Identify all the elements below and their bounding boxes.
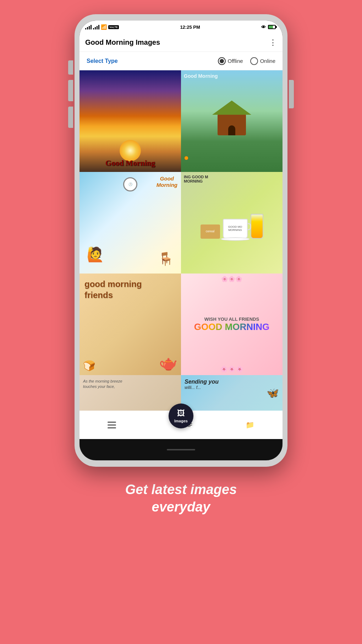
friends-image: good morning friends 🍞 🫖 — [79, 274, 181, 375]
butterfly-icon: 🦋 — [267, 387, 279, 399]
coffee-cup-text: ING GOOD MMORNING — [184, 175, 208, 183]
sending-image: Sending you willi... f... 🦋 — [181, 375, 283, 411]
image-cell-friends[interactable]: good morning friends 🍞 🫖 — [79, 274, 181, 375]
friends-teapot: 🫖 — [159, 354, 177, 372]
breeze-line2: touches your face, — [83, 384, 115, 389]
type-selector: Select Type Offline Online — [79, 52, 283, 70]
cartoon-text-line1: Good — [160, 175, 174, 182]
image-cell-breeze[interactable]: As the morning breeze touches your face, — [79, 375, 181, 411]
sunrise-text: Good Morning — [105, 158, 155, 168]
hamburger-line-2 — [108, 424, 116, 426]
breeze-line1: As the morning breeze — [83, 379, 122, 383]
tagline-line2: everyday — [152, 499, 210, 514]
cottage-roof — [212, 101, 251, 115]
image-cell-cartoon[interactable]: 🕐 Good Morning 🙋 🪑 — [79, 172, 181, 274]
images-fab-label: Images — [174, 419, 188, 423]
eye-icon: 👁 — [261, 25, 266, 30]
online-radio-circle[interactable] — [250, 57, 258, 65]
home-bar — [167, 449, 195, 450]
sending-text: Sending you — [185, 379, 279, 385]
app-title: Good Morning Images — [85, 38, 160, 47]
cartoon-image: 🕐 Good Morning 🙋 🪑 — [79, 172, 181, 274]
volte-badge: VoLTE — [108, 25, 119, 29]
volume-up-button[interactable] — [68, 60, 73, 75]
online-radio[interactable]: Online — [250, 57, 275, 65]
image-cell-coffee[interactable]: ING GOOD MMORNING cereal GOOD MOMORNI — [181, 172, 283, 274]
wish-top-flowers: 🌸🌸🌸 — [221, 276, 242, 282]
cottage-shape — [218, 114, 246, 135]
download-icon: 📁 — [246, 421, 254, 429]
cartoon-good-morning-text: Good Morning — [157, 175, 177, 188]
tagline-line1: Get latest images — [125, 482, 237, 497]
cartoon-text-line2: Morning — [157, 182, 177, 188]
cartoon-figure: 🙋 — [87, 246, 104, 263]
juice-glass — [251, 214, 263, 239]
signal-bars-2 — [93, 25, 99, 29]
status-time: 12:25 PM — [180, 25, 200, 30]
sending-sub: willi... f... — [185, 385, 279, 390]
online-radio-label: Online — [260, 58, 275, 64]
wifi-icon: 📶 — [101, 24, 107, 30]
friends-text-line2: friends — [84, 290, 113, 300]
status-right: 👁 — [261, 25, 277, 30]
volume-down-button[interactable] — [68, 80, 73, 101]
battery-icon — [268, 25, 277, 29]
phone-screen: 📶 VoLTE 12:25 PM 👁 Good Morning Image — [79, 21, 283, 460]
coffee-handle — [247, 223, 251, 230]
offline-radio-circle[interactable] — [218, 57, 226, 65]
sunrise-image: Good Morning — [79, 70, 181, 172]
more-menu-button[interactable]: ⋮ — [269, 38, 277, 47]
image-cell-sunrise[interactable]: Good Morning — [79, 70, 181, 172]
image-cell-wish[interactable]: 🌸🌸🌸 WISH YOU ALL FRIENDS GOOD MORNING 🌸🌸… — [181, 274, 283, 375]
hamburger-line-1 — [108, 422, 116, 423]
offline-radio-inner — [220, 59, 224, 63]
phone-frame: 📶 VoLTE 12:25 PM 👁 Good Morning Image — [75, 14, 287, 467]
friends-bread: 🍞 — [83, 360, 95, 372]
images-fab-button[interactable]: 🖼 Images — [169, 404, 193, 428]
friends-text-line1: good morning — [84, 279, 142, 289]
power-button[interactable] — [289, 80, 294, 108]
select-type-label: Select Type — [87, 58, 118, 64]
bottom-nav: 🖼 Images GIF 📁 — [79, 411, 283, 439]
image-grid-container: Good Morning Good Morning — [79, 70, 283, 460]
cartoon-clock: 🕐 — [123, 177, 137, 191]
breeze-text: As the morning breeze touches your face, — [83, 379, 177, 390]
phone-outer: 📶 VoLTE 12:25 PM 👁 Good Morning Image — [75, 14, 287, 467]
cottage-watermark: Good Morning — [184, 73, 218, 79]
coffee-cup: GOOD MOMORNING — [223, 219, 248, 239]
status-left: 📶 VoLTE — [85, 24, 119, 30]
offline-radio[interactable]: Offline — [218, 57, 243, 65]
coffee-image: ING GOOD MMORNING cereal GOOD MOMORNI — [181, 172, 283, 274]
image-cell-cottage[interactable]: Good Morning — [181, 70, 283, 172]
home-area — [79, 439, 283, 460]
friends-text: good morning friends — [84, 278, 142, 301]
wish-bottom-flowers: 🌸🌸🌸 — [220, 365, 243, 373]
offline-radio-label: Offline — [228, 58, 243, 64]
breeze-image: As the morning breeze touches your face, — [79, 375, 181, 411]
images-fab-icon: 🖼 — [177, 409, 185, 418]
app-bar: Good Morning Images ⋮ — [79, 33, 283, 52]
wish-image: 🌸🌸🌸 WISH YOU ALL FRIENDS GOOD MORNING 🌸🌸… — [181, 274, 283, 375]
download-nav-button[interactable]: 📁 — [243, 418, 257, 432]
status-bar: 📶 VoLTE 12:25 PM 👁 — [79, 21, 283, 33]
coffee-saucer — [221, 237, 250, 241]
radio-group: Offline Online — [218, 57, 275, 65]
wish-line1: WISH YOU ALL FRIENDS — [204, 316, 259, 322]
cartoon-chair: 🪑 — [158, 251, 174, 266]
cottage-door — [228, 125, 235, 135]
image-cell-sending[interactable]: Sending you willi... f... 🦋 — [181, 375, 283, 411]
hamburger-line-3 — [108, 427, 116, 428]
signal-bars-1 — [85, 25, 92, 29]
image-grid: Good Morning Good Morning — [79, 70, 283, 411]
silent-button[interactable] — [68, 107, 73, 128]
hamburger-menu-button[interactable] — [105, 419, 119, 431]
cottage-image: Good Morning — [181, 70, 283, 172]
tagline: Get latest images everyday — [104, 481, 258, 516]
wish-line2: GOOD MORNING — [194, 322, 269, 332]
flower-3 — [185, 156, 188, 160]
